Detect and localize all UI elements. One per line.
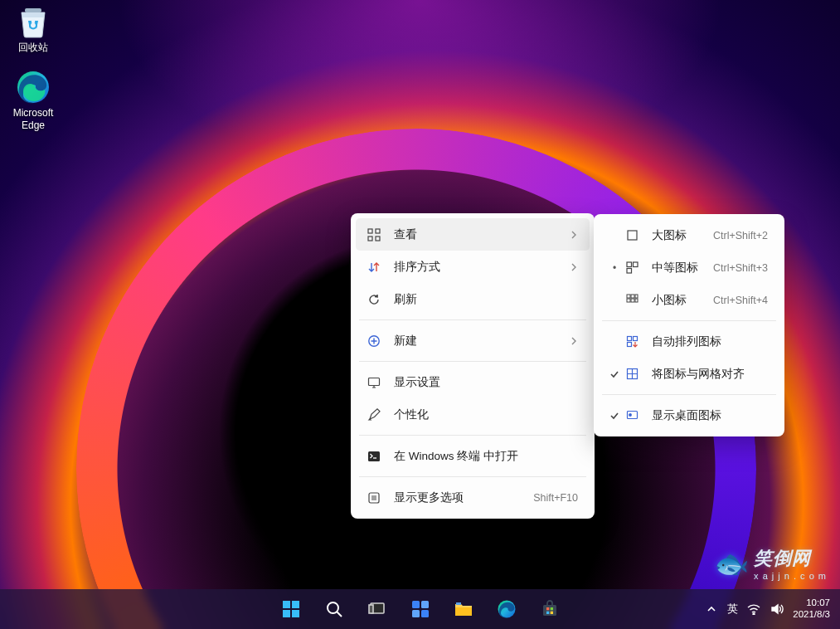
submenu-item-medium-icons[interactable]: • 中等图标 Ctrl+Shift+3 [599, 251, 779, 284]
svg-point-30 [328, 602, 338, 613]
svg-rect-37 [455, 607, 472, 616]
task-view-button[interactable] [360, 592, 395, 627]
file-explorer-button[interactable] [446, 592, 481, 627]
watermark-text: 笑倒网 [754, 546, 811, 571]
svg-rect-40 [543, 605, 556, 616]
menu-item-label: 在 Windows 终端 中打开 [394, 449, 518, 464]
svg-rect-27 [292, 601, 299, 608]
more-options-icon [366, 490, 382, 506]
chevron-right-icon [570, 337, 578, 345]
show-desktop-icons-icon [624, 407, 640, 424]
svg-rect-16 [635, 295, 638, 298]
svg-rect-8 [368, 451, 380, 461]
taskbar: 英 10:07 2021/8/3 [0, 589, 840, 629]
check-indicator-checked [607, 411, 622, 421]
chevron-right-icon [570, 263, 578, 271]
desktop-icon-recycle-bin[interactable]: 回收站 [3, 3, 63, 54]
submenu-item-shortcut: Ctrl+Shift+2 [713, 230, 768, 241]
view-submenu: 大图标 Ctrl+Shift+2 • 中等图标 Ctrl+Shift+3 小图标… [594, 214, 784, 436]
svg-rect-14 [627, 295, 630, 298]
sort-icon [366, 259, 382, 275]
submenu-item-large-icons[interactable]: 大图标 Ctrl+Shift+2 [599, 219, 779, 251]
svg-rect-22 [627, 343, 631, 347]
submenu-item-small-icons[interactable]: 小图标 Ctrl+Shift+4 [599, 284, 779, 316]
align-grid-icon [624, 366, 640, 383]
menu-separator [359, 435, 586, 436]
svg-rect-44 [550, 612, 552, 614]
svg-rect-43 [546, 612, 549, 614]
medium-icons-icon [624, 260, 640, 276]
desktop-icon-label: 回收站 [18, 41, 48, 54]
edge-icon [15, 69, 51, 105]
watermark-url: x a j j n . c o m [754, 571, 827, 581]
svg-rect-26 [283, 601, 290, 608]
submenu-item-align-to-grid[interactable]: 将图标与网格对齐 [599, 358, 779, 390]
ime-indicator[interactable]: 英 [727, 602, 738, 617]
menu-item-label: 查看 [394, 227, 417, 242]
edge-button[interactable] [489, 592, 524, 627]
menu-item-open-terminal[interactable]: 在 Windows 终端 中打开 [356, 440, 590, 472]
submenu-item-label: 小图标 [652, 293, 687, 308]
taskbar-clock[interactable]: 10:07 2021/8/3 [793, 597, 830, 621]
taskbar-center [274, 592, 567, 627]
widgets-button[interactable] [403, 592, 438, 627]
svg-rect-11 [627, 262, 632, 267]
check-indicator-checked [607, 369, 622, 379]
menu-item-display-settings[interactable]: 显示设置 [356, 366, 590, 398]
new-icon [366, 333, 382, 349]
desktop[interactable]: 回收站 Microsoft Edge [0, 0, 840, 629]
taskbar-tray: 英 10:07 2021/8/3 [704, 597, 830, 621]
svg-rect-7 [369, 378, 380, 385]
submenu-item-label: 中等图标 [652, 261, 698, 275]
submenu-item-label: 自动排列图标 [652, 334, 721, 349]
menu-separator [602, 320, 776, 321]
volume-icon[interactable] [770, 602, 784, 617]
svg-rect-32 [369, 605, 373, 613]
desktop-icon-column: 回收站 Microsoft Edge [3, 3, 63, 132]
svg-rect-13 [627, 269, 632, 274]
svg-rect-35 [412, 610, 420, 617]
menu-item-personalize[interactable]: 个性化 [356, 398, 590, 431]
submenu-item-label: 显示桌面图标 [652, 408, 721, 423]
menu-item-label: 排序方式 [394, 260, 440, 275]
svg-rect-17 [627, 299, 630, 302]
search-button[interactable] [317, 592, 352, 627]
large-icons-icon [624, 227, 640, 244]
svg-point-45 [753, 613, 755, 615]
network-icon[interactable] [746, 602, 761, 617]
submenu-item-show-desktop-icons[interactable]: 显示桌面图标 [599, 399, 779, 432]
menu-item-more-options[interactable]: 显示更多选项 Shift+F10 [356, 481, 590, 514]
submenu-item-shortcut: Ctrl+Shift+4 [713, 295, 768, 306]
svg-rect-2 [368, 229, 372, 233]
submenu-item-label: 大图标 [652, 228, 687, 243]
tray-overflow-button[interactable] [704, 602, 719, 617]
svg-rect-41 [546, 607, 549, 610]
recycle-bin-icon [15, 3, 51, 40]
svg-rect-29 [292, 610, 299, 617]
desktop-context-menu: 查看 排序方式 刷新 [351, 213, 595, 519]
menu-item-label: 刷新 [394, 292, 417, 307]
menu-item-sort[interactable]: 排序方式 [356, 251, 590, 283]
clock-date: 2021/8/3 [793, 609, 830, 621]
menu-item-new[interactable]: 新建 [356, 324, 590, 357]
personalize-icon [366, 407, 382, 423]
svg-rect-33 [412, 601, 420, 608]
submenu-item-auto-arrange[interactable]: 自动排列图标 [599, 325, 779, 358]
desktop-icon-edge[interactable]: Microsoft Edge [3, 69, 63, 132]
svg-rect-21 [633, 337, 637, 341]
store-button[interactable] [532, 592, 567, 627]
start-button[interactable] [274, 592, 308, 627]
clock-time: 10:07 [806, 597, 830, 609]
menu-item-view[interactable]: 查看 [356, 218, 590, 251]
menu-separator [359, 319, 586, 320]
svg-rect-42 [550, 607, 552, 610]
menu-item-refresh[interactable]: 刷新 [356, 283, 590, 315]
desktop-icon-label: Microsoft Edge [13, 107, 54, 132]
display-settings-icon [366, 374, 382, 391]
submenu-item-shortcut: Ctrl+Shift+3 [713, 262, 768, 274]
svg-rect-5 [376, 236, 380, 241]
svg-rect-4 [368, 236, 372, 241]
svg-rect-34 [421, 601, 429, 608]
svg-rect-15 [631, 295, 634, 298]
svg-rect-0 [25, 8, 41, 12]
